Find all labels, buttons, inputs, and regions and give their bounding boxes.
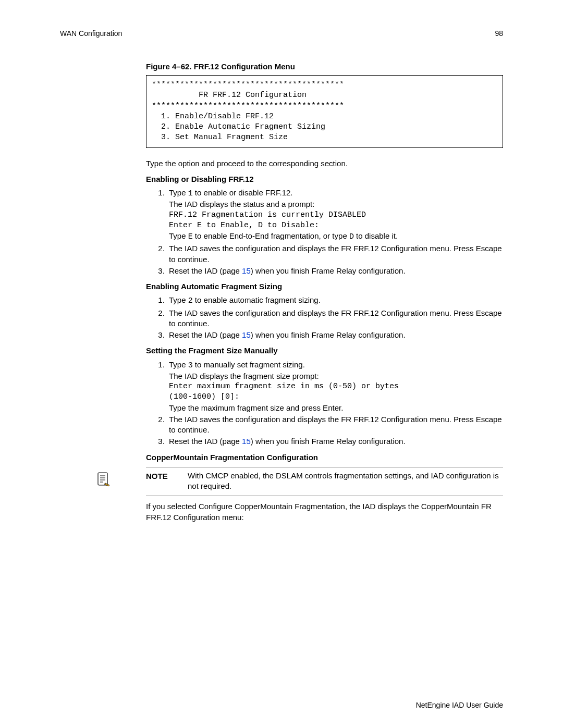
text: Reset the IAD (page [169,266,242,275]
page-link[interactable]: 15 [242,437,251,446]
step-item: Reset the IAD (page 15) when you finish … [167,330,503,340]
text: Type E to enable End-to-End fragmentatio… [169,231,503,242]
section-heading-enable-disable: Enabling or Disabling FRF.12 [146,174,503,184]
inline-code: D [349,232,354,241]
section-heading-auto-fragment: Enabling Automatic Fragment Sizing [146,281,503,292]
page-link[interactable]: 15 [242,330,251,339]
text: ) when you finish Frame Relay configurat… [251,437,406,446]
step-item: The IAD saves the configuration and disp… [167,243,503,265]
page-link[interactable]: 15 [242,266,251,275]
text: The IAD displays the fragment size promp… [169,371,503,381]
content-column: Figure 4–62. FRF.12 Configuration Menu *… [146,61,503,523]
step-item: Reset the IAD (page 15) when you finish … [167,436,503,447]
text: to enable automatic fragment sizing. [193,295,321,304]
note-block: NOTE With CMCP enabled, the DSLAM contro… [146,467,503,497]
text: ) when you finish Frame Relay configurat… [251,330,406,339]
step-item: Reset the IAD (page 15) when you finish … [167,266,503,276]
text: Type [169,188,188,197]
inline-code: 2 [188,297,193,305]
text: Type [169,295,188,304]
note-text: With CMCP enabled, the DSLAM controls fr… [188,471,503,492]
intro-paragraph: Type the option and proceed to the corre… [146,158,503,169]
text: Reset the IAD (page [169,330,242,339]
text: to disable it. [354,231,398,240]
code-output: FRF.12 Fragmentation is currently DISABL… [169,210,503,231]
section-heading-manual-size: Setting the Fragment Size Manually [146,346,503,356]
text: to enable End-to-End fragmentation, or t… [193,231,349,240]
note-icon [96,472,111,487]
code-output: Enter maximum fragment size in ms (0-50)… [169,381,503,403]
section-heading-coppermountain: CopperMountain Fragmentation Configurati… [146,452,503,463]
note-label: NOTE [146,471,188,482]
text: ) when you finish Frame Relay configurat… [251,266,406,275]
page-number: 98 [495,29,503,39]
steps-manual-size: Type 3 to manually set fragment sizing. … [146,360,503,447]
page: WAN Configuration 98 Figure 4–62. FRF.12… [0,0,563,728]
steps-auto-fragment: Type 2 to enable automatic fragment sizi… [146,295,503,340]
text: to enable or disable FRF.12. [193,188,293,197]
figure-caption: Figure 4–62. FRF.12 Configuration Menu [146,61,503,72]
step-item: Type 1 to enable or disable FRF.12. The … [167,188,503,242]
inline-code: E [188,232,193,241]
note-icon-cell [60,471,146,487]
inline-code: 3 [188,361,193,370]
text: to manually set fragment sizing. [193,360,305,369]
running-head: WAN Configuration 98 [60,29,503,39]
step-item: The IAD saves the configuration and disp… [167,414,503,436]
inline-code: 1 [188,189,193,198]
text: Type the maximum fragment size and press… [169,403,503,413]
text: The IAD displays the status and a prompt… [169,199,503,209]
text: Reset the IAD (page [169,437,242,446]
after-note-paragraph: If you selected Configure CopperMountain… [146,501,503,523]
text: Type [169,231,188,240]
step-item: The IAD saves the configuration and disp… [167,308,503,329]
figure-menu-box: ****************************************… [146,75,503,148]
running-head-left: WAN Configuration [60,29,122,39]
step-item: Type 2 to enable automatic fragment sizi… [167,295,503,306]
footer-text: NetEngine IAD User Guide [416,700,503,710]
text: Type [169,360,188,369]
step-item: Type 3 to manually set fragment sizing. … [167,360,503,413]
steps-enable-disable: Type 1 to enable or disable FRF.12. The … [146,188,503,276]
